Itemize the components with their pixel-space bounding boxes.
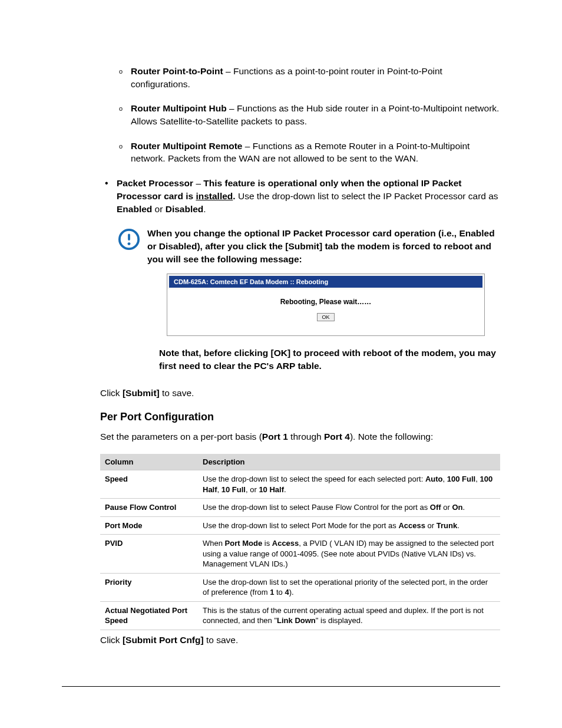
table-row: Speed Use the drop-down list to select t…	[100, 470, 500, 499]
svg-point-2	[128, 242, 131, 245]
table-row: Pause Flow Control Use the drop-down lis…	[100, 499, 500, 517]
table-header-row: Column Description	[100, 454, 500, 470]
reboot-screenshot: CDM-625A: Comtech EF Data Modem :: Reboo…	[167, 274, 485, 336]
footer-rule	[62, 686, 500, 687]
alert-note-row: When you change the optional IP Packet P…	[118, 227, 500, 265]
table-row: PVID When Port Mode is Access, a PVID ( …	[100, 535, 500, 574]
th-description: Description	[198, 454, 500, 470]
alert-note-text: When you change the optional IP Packet P…	[147, 227, 500, 265]
per-port-table: Column Description Speed Use the drop-do…	[100, 454, 500, 630]
post-note-text: Note that, before clicking [OK] to proce…	[159, 347, 500, 372]
svg-rect-1	[128, 234, 130, 241]
click-cnfg-text: Click [Submit Port Cnfg] to save.	[100, 634, 500, 647]
alert-icon	[118, 228, 140, 251]
th-column: Column	[100, 454, 198, 470]
click-submit-text: Click [Submit] to save.	[100, 387, 500, 400]
screenshot-titlebar: CDM-625A: Comtech EF Data Modem :: Reboo…	[169, 276, 482, 288]
table-row: Port Mode Use the drop-down list to sele…	[100, 516, 500, 535]
bullet-router-hub: Router Multipoint Hub – Functions as the…	[131, 102, 500, 127]
table-row: Priority Use the drop-down list to set t…	[100, 573, 500, 601]
screenshot-message: Rebooting, Please wait……	[173, 298, 478, 306]
table-row: Actual Negotiated Port Speed This is the…	[100, 601, 500, 630]
bullet-router-ptp: Router Point-to-Point – Functions as a p…	[131, 65, 500, 90]
ok-button[interactable]: OK	[317, 313, 334, 321]
per-port-intro: Set the parameters on a per-port basis (…	[100, 430, 500, 443]
per-port-heading: Per Port Configuration	[100, 411, 500, 423]
document-page: Router Point-to-Point – Functions as a p…	[0, 0, 562, 728]
bullet-packet-processor: Packet Processor – This feature is opera…	[117, 177, 500, 215]
bullet-router-remote: Router Multipoint Remote – Functions as …	[131, 140, 500, 165]
